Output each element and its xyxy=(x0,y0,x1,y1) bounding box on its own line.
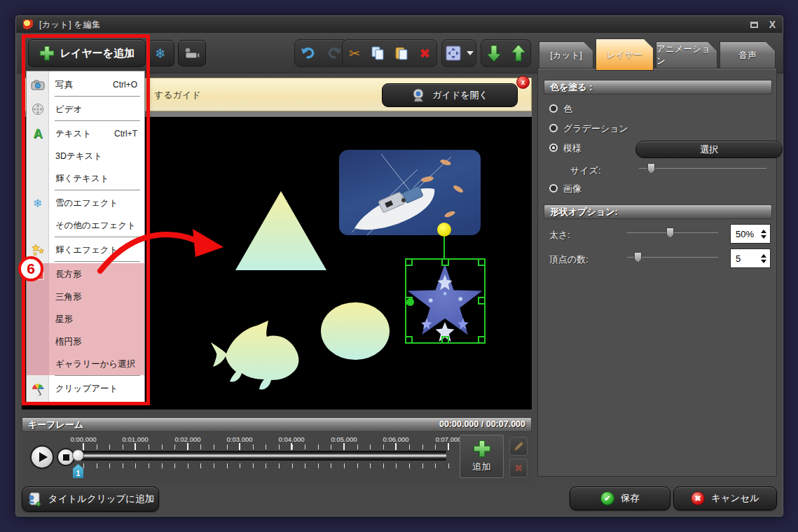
selection-handle-n[interactable] xyxy=(441,258,449,266)
cancel-x-icon: ✖ xyxy=(691,491,705,505)
fit-view-dropdown-caret[interactable] xyxy=(467,51,474,55)
add-layer-menu: 写真 Ctrl+O ビデオ A テキスト Ctrl+T 3Dテキスト 輝くテキス… xyxy=(26,71,145,402)
menu-item-glow-text[interactable]: 輝くテキスト xyxy=(27,167,144,190)
timeline-track[interactable] xyxy=(74,451,446,461)
save-button[interactable]: ✔ 保存 xyxy=(570,486,670,510)
add-to-title-clip-button[interactable]: タイトルクリップに追加 xyxy=(22,486,159,512)
play-button[interactable] xyxy=(30,445,54,469)
close-icon[interactable]: X xyxy=(769,20,776,29)
tab-audio[interactable]: 音声 xyxy=(720,41,776,69)
move-down-icon[interactable] xyxy=(485,44,503,62)
selection-handle-nw[interactable] xyxy=(405,258,413,266)
boat-image[interactable] xyxy=(339,150,481,235)
title-bar: [カット] を編集 X xyxy=(16,16,783,33)
add-layer-button[interactable]: レイヤーを追加 xyxy=(28,39,146,67)
menu-item-clipart[interactable]: クリップアート xyxy=(27,377,144,400)
menu-item-ellipse[interactable]: 楕円形 xyxy=(27,330,144,353)
vertices-spinbox[interactable]: 5 xyxy=(730,248,771,268)
selection-handle-se[interactable] xyxy=(478,336,486,344)
thickness-spinbox[interactable]: 50% xyxy=(730,224,771,244)
undo-button[interactable] xyxy=(299,44,317,62)
move-up-icon[interactable] xyxy=(509,44,528,62)
minimize-icon[interactable] xyxy=(750,22,758,28)
fish-shape xyxy=(211,321,298,389)
edit-keyframe-button[interactable] xyxy=(509,437,528,456)
selection-handle-sw[interactable] xyxy=(405,336,413,344)
layer-order-group xyxy=(481,39,531,67)
star-shape xyxy=(406,260,484,342)
spin-up-icon[interactable] xyxy=(761,254,766,258)
menu-item-gallery-select[interactable]: ギャラリーから選択 xyxy=(27,353,144,375)
radio-gradient[interactable] xyxy=(549,124,558,132)
triangle-shape xyxy=(235,191,326,270)
tab-animation[interactable]: アニメーション xyxy=(656,41,717,69)
selection-handle-e[interactable] xyxy=(478,297,486,304)
pattern-select-button[interactable]: 選択 xyxy=(635,141,783,158)
radio-color[interactable] xyxy=(549,104,558,113)
film-reel-icon xyxy=(27,98,49,120)
selection-handle-ne[interactable] xyxy=(478,258,486,266)
add-keyframe-button[interactable]: 追加 xyxy=(460,435,504,478)
vertices-value: 5 xyxy=(731,253,759,264)
copy-icon[interactable] xyxy=(369,44,387,62)
menu-item-snow-effect[interactable]: ❄ 雪のエフェクト xyxy=(27,192,144,214)
video-capture-button[interactable] xyxy=(178,40,206,66)
keyframe-header: キーフレーム 00:00.000 / 00:07.000 xyxy=(22,417,532,432)
tab-cut[interactable]: [カット] xyxy=(539,41,593,69)
radio-pattern-label: 模様 xyxy=(563,142,582,155)
camcorder-icon xyxy=(184,47,200,59)
undo-redo-group xyxy=(294,39,348,67)
ruler-label: 0:00.000 xyxy=(62,435,104,443)
spin-down-icon[interactable] xyxy=(761,260,766,263)
menu-item-text[interactable]: A テキスト Ctrl+T xyxy=(27,122,144,145)
ruler-label: 0:04.000 xyxy=(270,435,312,443)
menu-item-video[interactable]: ビデオ xyxy=(27,98,144,120)
radio-pattern[interactable] xyxy=(549,144,558,152)
paste-icon[interactable] xyxy=(392,44,411,62)
delete-keyframe-button[interactable]: ✖ xyxy=(509,458,528,477)
spin-down-icon[interactable] xyxy=(761,235,766,239)
vertices-slider[interactable] xyxy=(627,252,718,263)
fit-view-button[interactable] xyxy=(444,44,462,62)
vertices-label: 頂点の数: xyxy=(549,253,589,266)
banner-close-icon[interactable]: x xyxy=(516,76,530,89)
keyframe-marker[interactable]: 1 xyxy=(73,464,83,478)
snowflake-icon: ❄ xyxy=(155,46,166,62)
selection-center-handle[interactable] xyxy=(406,298,414,306)
cut-icon[interactable]: ✂ xyxy=(345,44,364,62)
menu-item-other-effects[interactable]: その他のエフェクト xyxy=(27,214,144,237)
letter-a-icon: A xyxy=(27,122,49,145)
spin-up-icon[interactable] xyxy=(761,230,766,233)
window-title: [カット] を編集 xyxy=(39,19,101,31)
title-clip-icon xyxy=(27,491,42,507)
open-guide-button[interactable]: ガイドを開く xyxy=(382,83,518,107)
thickness-slider[interactable] xyxy=(627,227,718,239)
menu-item-glow-effect[interactable]: 輝くエフェクト xyxy=(27,239,144,261)
delete-icon[interactable]: ✖ xyxy=(415,44,434,62)
ruler-label: 0:02.000 xyxy=(167,435,209,443)
menu-item-star[interactable]: 星形 xyxy=(27,308,144,330)
zoom-fit-group xyxy=(441,39,476,67)
cancel-button[interactable]: ✖ キャンセル xyxy=(673,486,777,510)
menu-item-rectangle[interactable]: 長方形 xyxy=(27,263,144,286)
plus-icon xyxy=(473,440,491,458)
radio-image[interactable] xyxy=(549,184,558,192)
snow-effect-button[interactable]: ❄ xyxy=(146,40,174,66)
app-icon xyxy=(23,20,33,29)
delete-keyframe-icon: ✖ xyxy=(514,462,523,475)
tab-layer[interactable]: レイヤー xyxy=(596,38,654,71)
menu-item-photo[interactable]: 写真 Ctrl+O xyxy=(27,74,144,96)
star-selection-box[interactable] xyxy=(405,258,486,344)
save-label: 保存 xyxy=(621,492,640,505)
pencil-icon xyxy=(513,441,524,452)
menu-item-3d-text[interactable]: 3Dテキスト xyxy=(27,145,144,167)
thickness-value: 50% xyxy=(731,229,759,239)
pattern-size-slider[interactable] xyxy=(639,163,766,174)
ruler-label: 0:03.000 xyxy=(219,435,261,443)
menu-item-triangle[interactable]: 三角形 xyxy=(27,286,144,308)
playhead-handle[interactable] xyxy=(72,449,84,461)
rotation-handle[interactable] xyxy=(437,223,451,237)
selection-handle-s[interactable] xyxy=(441,336,449,344)
pattern-size-label: サイズ: xyxy=(570,164,601,177)
redo-button[interactable] xyxy=(325,44,343,62)
